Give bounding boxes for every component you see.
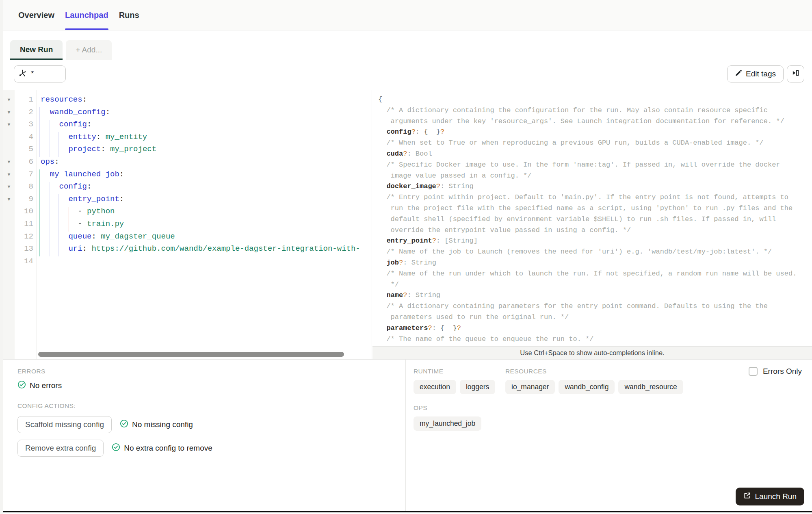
resource-chip[interactable]: wandb_resource [618,380,683,394]
code-line[interactable]: wandb_config: [41,106,372,119]
resources-label: RESOURCES [505,368,683,375]
op-selector-input[interactable]: * [14,65,66,82]
check-circle-icon [120,419,128,430]
launch-run-label: Launch Run [755,492,797,501]
line-number: 4 [15,131,33,143]
expand-panel-button[interactable] [787,65,804,82]
resource-chip[interactable]: io_manager [505,380,555,394]
line-number: 8 [15,180,33,193]
tab-launchpad[interactable]: Launchpad [65,0,108,30]
window-bottom-edge [3,511,812,512]
schema-line: /* A dictionary containing the configura… [378,105,812,116]
config-actions-label: CONFIG ACTIONS: [17,402,405,410]
check-circle-icon [112,443,120,453]
fold-arrow-icon[interactable]: ▼ [3,180,15,193]
tab-overview[interactable]: Overview [18,0,54,30]
errors-only-toggle[interactable]: Errors Only [749,367,802,376]
schema-line: /* When set to True or when reproducing … [378,138,812,149]
code-line[interactable]: - train.py [41,218,372,230]
schema-line: parameters used to run the original run.… [378,312,812,323]
session-tab-add[interactable]: + Add... [66,40,112,60]
line-number: 10 [15,205,33,218]
code-line[interactable] [41,255,372,268]
no-errors-status: No errors [30,381,62,390]
line-number: 13 [15,243,33,255]
schema-line: image value passed in a config. */ [378,171,812,182]
schema-line: */ [378,280,812,291]
header-tab-bar: Overview Launchpad Runs [3,0,812,30]
schema-doc: { /* A dictionary containing the configu… [372,94,812,346]
yaml-editor[interactable]: ▼▼▼▼▼▼▼ 1234567891011121314 resources: w… [3,90,372,359]
runtime-group: RUNTIME executionloggers [414,368,505,394]
line-number: 3 [15,118,33,131]
schema-line: /* Specific Docker image to use. In the … [378,160,812,171]
horizontal-scrollbar[interactable] [38,352,344,357]
fold-arrow-icon[interactable]: ▼ [3,168,15,181]
code-line[interactable]: my_launched_job: [41,168,372,181]
check-circle-icon [17,380,26,391]
no-missing-config-status: No missing config [132,420,193,429]
ops-group: OPS my_launched_job [414,404,812,431]
schema-line: default shell (specified by environment … [378,214,812,225]
runtime-chip[interactable]: execution [414,380,456,394]
expand-panel-icon [792,69,799,79]
schema-line: config?: { }? [378,127,812,138]
fold-arrow-icon [3,255,15,268]
schema-line: parameters?: { }? [378,323,812,334]
schema-line: /* Name of the run under which to launch… [378,269,812,280]
fold-arrow-icon [3,143,15,156]
runtime-chip[interactable]: loggers [460,380,495,394]
launch-icon [743,492,751,501]
launch-run-button[interactable]: Launch Run [736,488,804,505]
fold-arrow-icon [3,131,15,143]
fold-arrow-icon[interactable]: ▼ [3,118,15,131]
tab-runs-label: Runs [119,11,139,20]
config-editor-region: ▼▼▼▼▼▼▼ 1234567891011121314 resources: w… [3,90,812,359]
scaffold-missing-config-button[interactable]: Scaffold missing config [17,416,112,433]
code-line[interactable]: project: my_project [41,143,372,156]
code-line[interactable]: resources: [41,93,372,106]
fold-arrow-icon[interactable]: ▼ [3,156,15,168]
launchpad-session-tabs: New Run + Add... [3,30,812,60]
config-schema-panel: { /* A dictionary containing the configu… [372,90,812,359]
yaml-code[interactable]: resources: wandb_config: config: entity:… [41,93,372,267]
schema-line: arguments under the key 'resource_args'.… [378,116,812,127]
line-number: 1 [15,93,33,106]
code-line[interactable]: ops: [41,156,372,168]
code-line[interactable]: config: [41,118,372,131]
code-line[interactable]: entity: my_entity [41,131,372,143]
fold-gutter[interactable]: ▼▼▼▼▼▼▼ [3,93,15,359]
line-number: 14 [15,255,33,268]
code-line[interactable]: - python [41,205,372,218]
resource-chip[interactable]: wandb_config [559,380,615,394]
schema-line: /* The name of the queue to enqueue the … [378,334,812,345]
tab-runs[interactable]: Runs [119,0,139,30]
line-number: 5 [15,143,33,156]
remove-extra-config-button[interactable]: Remove extra config [17,440,104,457]
errors-only-checkbox[interactable] [749,367,758,376]
ops-label: OPS [414,404,812,412]
line-number: 6 [15,156,33,168]
code-line[interactable]: entry_point: [41,193,372,206]
line-number: 7 [15,168,33,181]
code-line[interactable]: uri: https://github.com/wandb/example-da… [41,243,372,255]
runtime-label: RUNTIME [414,368,505,375]
schema-line: docker_image?: String [378,181,812,192]
errors-section-label: ERRORS [17,368,405,375]
indent-guide [39,107,40,157]
autocomplete-hint: Use Ctrl+Space to show auto-completions … [372,346,812,359]
session-tab-new-run[interactable]: New Run [10,40,63,60]
line-number: 11 [15,218,33,230]
fold-arrow-icon[interactable]: ▼ [3,93,15,106]
fold-arrow-icon[interactable]: ▼ [3,193,15,206]
fold-arrow-icon[interactable]: ▼ [3,106,15,119]
pencil-icon [735,69,742,79]
code-line[interactable]: config: [41,180,372,193]
resources-group: RESOURCES io_managerwandb_configwandb_re… [505,368,683,394]
op-chip[interactable]: my_launched_job [414,416,481,431]
tab-overview-label: Overview [18,11,54,20]
code-line[interactable]: queue: my_dagster_queue [41,230,372,243]
edit-tags-button[interactable]: Edit tags [727,65,784,82]
schema-line: /* Name of the job to Launch (removes th… [378,247,812,258]
fold-arrow-icon [3,243,15,255]
